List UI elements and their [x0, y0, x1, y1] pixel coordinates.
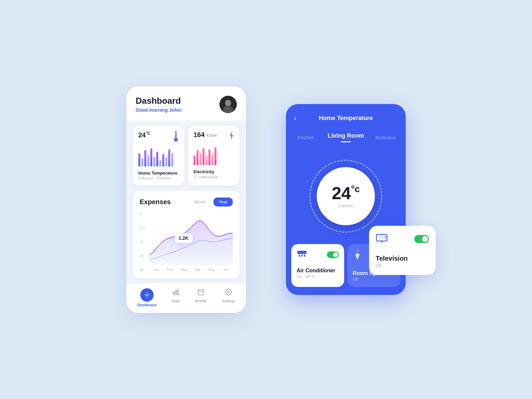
thermostat-ring[interactable]: 24 °c Celcius	[306, 156, 386, 236]
ac-toggle[interactable]	[327, 251, 339, 258]
tv-card[interactable]: Television Off	[369, 226, 436, 275]
tab-kitchen[interactable]: Kitchen	[286, 132, 326, 143]
dashboard-icon	[140, 288, 154, 302]
nav-settings[interactable]: Settings	[222, 288, 235, 307]
temp-card-label: Home Temperature	[138, 171, 179, 176]
temp-chart	[138, 147, 179, 167]
expenses-chart: 3k 2k 1k 0.5 0	[140, 212, 233, 272]
svg-rect-34	[385, 236, 386, 237]
month-button[interactable]: Month	[189, 198, 211, 206]
svg-rect-14	[173, 292, 174, 295]
temp-card[interactable]: 24°C	[133, 126, 184, 186]
svg-point-21	[227, 291, 229, 293]
svg-rect-31	[378, 235, 385, 240]
right-phone-wrapper: ‹ Home Temperature Kitchen Living Room B…	[286, 104, 406, 295]
year-button[interactable]: Year	[213, 198, 233, 206]
main-scene: Dashboard Good morning John! 24°C	[126, 86, 406, 313]
svg-rect-23	[297, 251, 307, 254]
thermometer-icon	[173, 131, 179, 143]
svg-marker-6	[230, 131, 233, 140]
expenses-header: Expenses Month Year	[140, 198, 233, 206]
bolt-icon	[229, 131, 234, 142]
x-axis-labels: Jan Feb Mar Apr May Jun	[150, 268, 233, 272]
dashboard-title: Dashboard	[136, 96, 182, 106]
svg-rect-35	[385, 237, 386, 238]
activity-icon	[197, 288, 204, 298]
thermostat-unit: °c	[351, 185, 360, 194]
right-header: ‹ Home Temperature	[286, 104, 406, 127]
ac-card-header	[297, 249, 339, 260]
left-header: Dashboard Good morning John!	[126, 86, 246, 120]
svg-rect-16	[177, 289, 179, 295]
temp-value: 24°C	[138, 131, 150, 139]
lights-status: Off	[353, 277, 395, 282]
thermostat-display: 24 °c Celcius	[317, 167, 375, 225]
tv-name: Television	[376, 255, 429, 262]
svg-point-1	[225, 100, 231, 106]
stats-icon	[172, 288, 180, 298]
nav-activity-label: Activity	[195, 299, 207, 303]
back-button[interactable]: ‹	[294, 114, 296, 123]
nav-stats-label: Stats	[172, 299, 180, 303]
room-tabs: Kitchen Living Room Bedroom	[286, 127, 406, 146]
temp-unit: °C	[146, 131, 150, 136]
tv-icon	[376, 232, 388, 245]
temp-card-sublabel: 4 Rooms · 1 Kitchen	[138, 176, 179, 180]
nav-dashboard-label: Dashboard	[137, 303, 156, 307]
home-temp-title: Home Temperature	[319, 115, 373, 122]
tv-card-header	[376, 232, 429, 245]
expenses-title: Expenses	[140, 198, 171, 206]
left-phone: Dashboard Good morning John! 24°C	[126, 86, 246, 313]
lamp-icon	[353, 249, 362, 262]
svg-rect-15	[175, 290, 177, 295]
elec-card-sublabel: 12 outlet points	[194, 175, 234, 179]
ac-status: On · 20° C	[297, 274, 339, 279]
tv-toggle[interactable]	[414, 235, 429, 243]
avatar[interactable]	[219, 96, 237, 113]
svg-point-4	[174, 138, 178, 142]
svg-point-13	[146, 294, 148, 296]
ac-icon	[297, 249, 307, 260]
cards-row: 24°C	[126, 120, 246, 191]
greeting: Good morning John!	[136, 107, 182, 113]
thermostat-value: 24	[332, 185, 351, 202]
svg-rect-26	[304, 255, 305, 257]
svg-rect-17	[198, 289, 204, 295]
nav-settings-label: Settings	[222, 299, 235, 303]
bottom-nav: Dashboard Stats Activity Settings	[126, 284, 246, 313]
y-axis-labels: 3k 2k 1k 0.5 0	[140, 212, 145, 272]
svg-rect-25	[301, 255, 303, 257]
elec-value: 164 KWH	[194, 131, 216, 139]
greeting-prefix: Good morning	[136, 107, 169, 113]
greeting-name: John!	[169, 107, 182, 113]
tab-bedroom[interactable]: Bedroom	[366, 132, 406, 143]
ac-card[interactable]: Air Conditioner On · 20° C	[291, 244, 344, 287]
tab-living-room[interactable]: Living Room	[326, 130, 366, 145]
ac-name: Air Conditioner	[297, 268, 339, 274]
nav-dashboard[interactable]: Dashboard	[137, 288, 156, 307]
svg-rect-28	[357, 258, 358, 259]
elec-card-label: Electricity	[194, 169, 234, 174]
header-text: Dashboard Good morning John!	[136, 96, 182, 113]
expenses-section: Expenses Month Year 3k 2k 1k 0.5 0	[133, 191, 239, 278]
period-toggle: Month Year	[189, 198, 233, 206]
svg-rect-27	[356, 257, 359, 258]
svg-rect-5	[176, 132, 176, 135]
tv-status: Off	[376, 263, 429, 268]
elec-chart	[194, 145, 234, 165]
settings-icon	[225, 288, 232, 298]
chart-tooltip: 1.2K	[175, 233, 193, 243]
electricity-card[interactable]: 164 KWH Electricity 12	[188, 126, 239, 186]
nav-stats[interactable]: Stats	[172, 288, 180, 307]
nav-activity[interactable]: Activity	[195, 288, 207, 307]
thermostat-label: Celcius	[339, 203, 353, 208]
svg-rect-24	[299, 255, 300, 257]
